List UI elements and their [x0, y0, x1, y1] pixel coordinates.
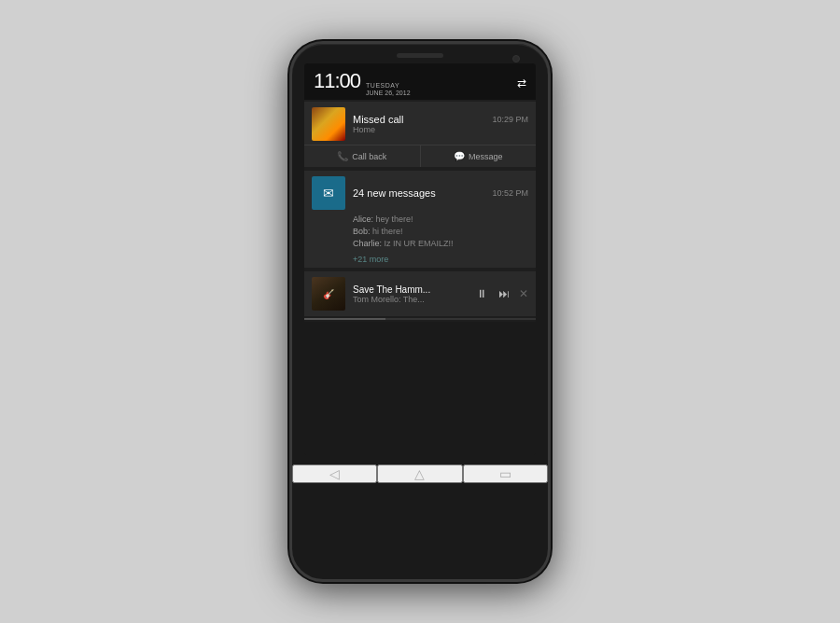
recents-icon: ▭	[499, 466, 511, 481]
screen-wallpaper	[304, 322, 536, 455]
clock-time: 11:00	[314, 69, 360, 93]
music-notification: 🎸 Save The Hamm... Tom Morello: The... ⏸…	[304, 271, 536, 316]
missed-call-subtitle: Home	[353, 125, 528, 134]
music-progress-bar[interactable]	[304, 318, 536, 320]
missed-call-notification: Missed call 10:29 PM Home 📞 Call back 💬 …	[304, 102, 536, 167]
speaker-grille	[397, 53, 443, 58]
day-name: TUESDAY	[366, 82, 410, 90]
notification-area: Missed call 10:29 PM Home 📞 Call back 💬 …	[304, 100, 536, 455]
pause-icon: ⏸	[476, 287, 487, 300]
bottom-nav: ◁ △ ▭	[292, 455, 548, 496]
status-icons: ⇄	[517, 76, 526, 90]
missed-call-title: Missed call	[353, 114, 403, 125]
music-title: Save The Hamm...	[353, 284, 467, 295]
time-display: 11:00 TUESDAY JUNE 26, 2012	[314, 69, 411, 96]
music-artist: Tom Morello: The...	[353, 295, 467, 304]
email-more-count: +21 more	[304, 253, 536, 268]
call-back-button[interactable]: 📞 Call back	[304, 145, 421, 167]
missed-call-header: Missed call 10:29 PM Home	[304, 102, 536, 145]
missed-call-actions: 📞 Call back 💬 Message	[304, 145, 536, 167]
music-close-button[interactable]: ✕	[519, 287, 528, 300]
date-info: TUESDAY JUNE 26, 2012	[366, 82, 410, 96]
call-back-label: Call back	[352, 152, 386, 161]
missed-call-icon	[312, 107, 345, 141]
next-icon: ⏭	[498, 287, 510, 300]
email-icon: ✉	[312, 176, 345, 210]
signal-icon: ⇄	[517, 76, 526, 90]
email-content: 24 new messages 10:52 PM	[353, 187, 528, 199]
sender-1: Bob:	[353, 227, 371, 236]
message-label: Message	[469, 152, 503, 161]
music-info: Save The Hamm... Tom Morello: The...	[353, 284, 467, 304]
email-time: 10:52 PM	[492, 188, 528, 198]
email-envelope-icon: ✉	[323, 186, 334, 201]
missed-call-title-row: Missed call 10:29 PM	[353, 114, 528, 125]
front-camera	[512, 55, 520, 62]
home-icon: △	[414, 466, 425, 481]
email-msg-2: Charlie: Iz IN UR EMAILZ!!	[353, 238, 528, 250]
missed-call-time: 10:29 PM	[492, 115, 528, 124]
back-icon: ◁	[329, 466, 340, 481]
message-icon: 💬	[454, 151, 465, 161]
music-art: 🎸	[312, 277, 345, 311]
missed-call-content: Missed call 10:29 PM Home	[353, 114, 528, 134]
email-msg-1: Bob: hi there!	[353, 226, 528, 238]
music-next-button[interactable]: ⏭	[497, 285, 511, 302]
sender-0: Alice:	[353, 215, 373, 224]
email-notification[interactable]: ✉ 24 new messages 10:52 PM Alice: hey th…	[304, 171, 536, 268]
phone-icon: 📞	[337, 151, 348, 161]
email-messages: Alice: hey there! Bob: hi there! Charlie…	[304, 214, 536, 253]
status-bar: 11:00 TUESDAY JUNE 26, 2012 ⇄	[304, 63, 536, 100]
email-title-row: 24 new messages 10:52 PM	[353, 187, 528, 199]
back-button[interactable]: ◁	[292, 464, 377, 483]
music-progress-fill	[304, 318, 385, 320]
message-button[interactable]: 💬 Message	[421, 145, 537, 167]
phone-frame: 11:00 TUESDAY JUNE 26, 2012 ⇄ Mis	[289, 41, 551, 582]
date-string: JUNE 26, 2012	[366, 90, 410, 97]
phone-top-bar	[292, 44, 548, 63]
home-button[interactable]: △	[377, 464, 462, 483]
music-pause-button[interactable]: ⏸	[474, 285, 489, 302]
recents-button[interactable]: ▭	[463, 464, 548, 483]
email-header: ✉ 24 new messages 10:52 PM	[304, 171, 536, 214]
music-controls: ⏸ ⏭ ✕	[474, 285, 528, 302]
music-thumbnail: 🎸	[312, 277, 345, 311]
phone-screen: 11:00 TUESDAY JUNE 26, 2012 ⇄ Mis	[304, 63, 536, 455]
email-msg-0: Alice: hey there!	[353, 214, 528, 226]
email-title: 24 new messages	[353, 187, 436, 199]
sender-2: Charlie:	[353, 239, 382, 248]
